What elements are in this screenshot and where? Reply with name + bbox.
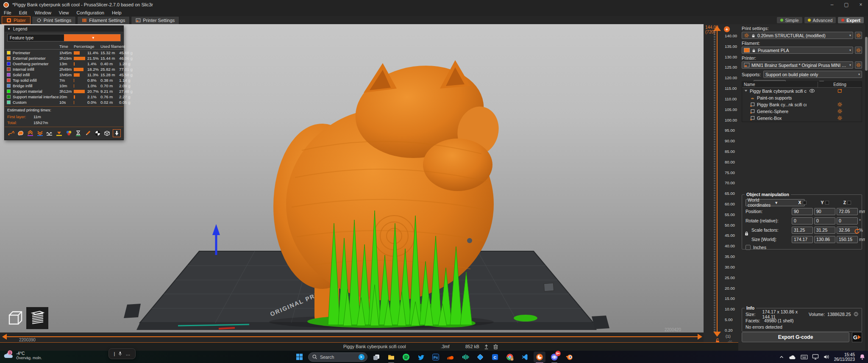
printer-edit-button[interactable] — [855, 61, 862, 69]
manip-y-input[interactable]: 31.25 — [814, 227, 835, 234]
object-editing-icon[interactable] — [837, 88, 843, 94]
dropdown-arrow-icon[interactable]: ▼ — [64, 34, 120, 41]
voice-typing-widget[interactable]: | … — [108, 348, 136, 359]
discord-icon[interactable]: 9+ — [548, 352, 560, 363]
keyboard-icon[interactable] — [801, 354, 808, 360]
object-settings-gear-icon[interactable] — [837, 115, 843, 122]
tab-filament-settings[interactable]: Filament Settings — [77, 16, 130, 24]
expand-caret-icon[interactable] — [744, 89, 748, 94]
vscode-icon[interactable] — [519, 352, 531, 363]
taskbar-clock[interactable]: 15:45 26/11/2023 — [834, 352, 855, 362]
chrome-icon[interactable] — [504, 352, 516, 363]
moves-slider-right-handle[interactable] — [698, 334, 702, 340]
spotify-icon[interactable] — [400, 352, 412, 363]
layer-slider-track[interactable] — [717, 31, 718, 332]
center-of-gravity-icon[interactable] — [94, 129, 102, 137]
trash-icon[interactable] — [492, 344, 499, 351]
menu-file[interactable]: File — [0, 10, 15, 15]
supports-select[interactable]: Support on build plate only ▾ — [763, 71, 862, 78]
tray-chevron-up-icon[interactable] — [779, 354, 785, 360]
microphone-icon[interactable] — [118, 351, 122, 357]
more-options-icon[interactable]: … — [125, 351, 130, 356]
tool-marker-icon[interactable] — [55, 129, 63, 137]
object-list-row[interactable]: Piggy Bank cyberpunk scifi cool — [742, 88, 862, 94]
mode-expert[interactable]: Expert — [838, 17, 864, 23]
mode-simple[interactable]: Simple — [777, 17, 802, 23]
speaker-icon[interactable] — [823, 354, 830, 360]
travel-marker-icon[interactable] — [113, 129, 121, 137]
soundcloud-icon[interactable] — [445, 352, 456, 363]
moves-slider-track[interactable] — [7, 336, 698, 337]
mode-advanced[interactable]: Advanced — [804, 17, 836, 23]
manip-z-input[interactable]: 150.15 — [837, 236, 858, 243]
manip-y-input[interactable]: 130.86 — [814, 236, 835, 243]
c-app-icon[interactable]: C — [489, 352, 501, 363]
diamond-app-icon[interactable] — [474, 352, 486, 363]
start-button[interactable] — [293, 352, 305, 363]
display-icon[interactable] — [812, 354, 819, 360]
file-explorer-icon[interactable] — [385, 352, 397, 363]
tab-plater[interactable]: Plater — [2, 16, 31, 24]
menu-help[interactable]: Help — [108, 10, 125, 15]
manip-y-input[interactable]: 90 — [814, 208, 835, 215]
weather-widget[interactable]: 1 -4°C Överväg. moln. — [3, 351, 42, 360]
taskbar-search[interactable]: Search — [308, 352, 367, 362]
onedrive-cloud-icon[interactable] — [789, 354, 796, 360]
manip-z-input[interactable]: 72.05 — [837, 208, 858, 215]
menu-window[interactable]: Window — [31, 10, 55, 15]
layer-slider-top-handle[interactable] — [713, 26, 721, 31]
layer-slider-bottom-handle[interactable] — [713, 332, 721, 337]
scrollbar-thumb[interactable] — [865, 37, 868, 71]
twitter-icon[interactable] — [415, 352, 427, 363]
object-list-row[interactable]: Paint-on supports — [742, 94, 862, 101]
view-type-select[interactable]: Feature type ▼ — [7, 34, 121, 42]
add-color-change-button[interactable]: + — [724, 26, 730, 32]
maximize-button[interactable]: ▢ — [839, 0, 854, 9]
manip-z-input[interactable]: 0 — [837, 217, 858, 224]
manip-x-input[interactable]: 0 — [792, 217, 813, 224]
export-gcode-button[interactable]: Export G-code — [742, 332, 849, 342]
manip-x-input[interactable]: 90 — [792, 208, 813, 215]
reset-scale-icon[interactable] — [854, 228, 860, 235]
color-changes-icon[interactable] — [65, 129, 73, 137]
generic-box-object[interactable] — [544, 283, 554, 291]
filament-select[interactable]: Prusament PLA ▾ — [742, 47, 853, 54]
menu-view[interactable]: View — [55, 10, 73, 15]
manip-x-input[interactable]: 31.25 — [792, 227, 813, 234]
editor-view-button[interactable] — [4, 307, 26, 329]
tab-print-settings[interactable]: Print Settings — [32, 16, 76, 24]
travels-icon[interactable] — [7, 129, 15, 137]
moves-slider-left-handle[interactable] — [2, 334, 7, 340]
menu-configuration[interactable]: Configuration — [72, 10, 108, 15]
seams-icon[interactable] — [26, 129, 34, 137]
notification-bell-icon[interactable] — [859, 354, 865, 360]
print-settings-select[interactable]: 0.20mm STRUCTURAL (modified) ▾ — [742, 32, 853, 39]
wipe-blob-icon[interactable] — [17, 129, 25, 137]
object-list-row[interactable]: Generic-Sphere — [742, 108, 862, 115]
gcode-send-icon[interactable]: G — [852, 332, 862, 342]
filament-edit-button[interactable] — [855, 47, 862, 54]
pause-prints-icon[interactable] — [74, 129, 82, 137]
sidebar-scrollbar[interactable] — [865, 24, 868, 351]
shells-icon[interactable] — [103, 129, 111, 137]
legend-header[interactable]: ▼ Legend — [5, 26, 123, 32]
manip-y-input[interactable]: 0 — [814, 217, 835, 224]
object-list-row[interactable]: Piggy Bank cy...nk scifi cool — [742, 101, 862, 108]
photoshop-icon[interactable]: Ps — [430, 352, 442, 363]
uniform-scale-lock-icon[interactable] — [744, 230, 749, 237]
menu-edit[interactable]: Edit — [15, 10, 31, 15]
object-settings-gear-icon[interactable] — [837, 108, 843, 115]
manip-x-input[interactable]: 174.17 — [792, 236, 813, 243]
eye-icon[interactable] — [809, 89, 815, 94]
minimize-button[interactable]: – — [825, 0, 839, 9]
printer-select[interactable]: MINI1 Brainz Superfast * Original Prusa … — [742, 61, 853, 69]
task-view-icon[interactable] — [370, 352, 382, 363]
object-settings-gear-icon[interactable] — [837, 102, 843, 108]
object-list-row[interactable]: Generic-Box — [742, 115, 862, 122]
edit-gcode-icon[interactable] — [84, 129, 92, 137]
blender-icon[interactable] — [563, 352, 575, 363]
voicemod-icon[interactable] — [459, 352, 471, 363]
retractions-icon[interactable] — [36, 129, 44, 137]
upload-icon[interactable] — [483, 344, 490, 351]
custom-scribble-icon[interactable] — [46, 129, 54, 137]
